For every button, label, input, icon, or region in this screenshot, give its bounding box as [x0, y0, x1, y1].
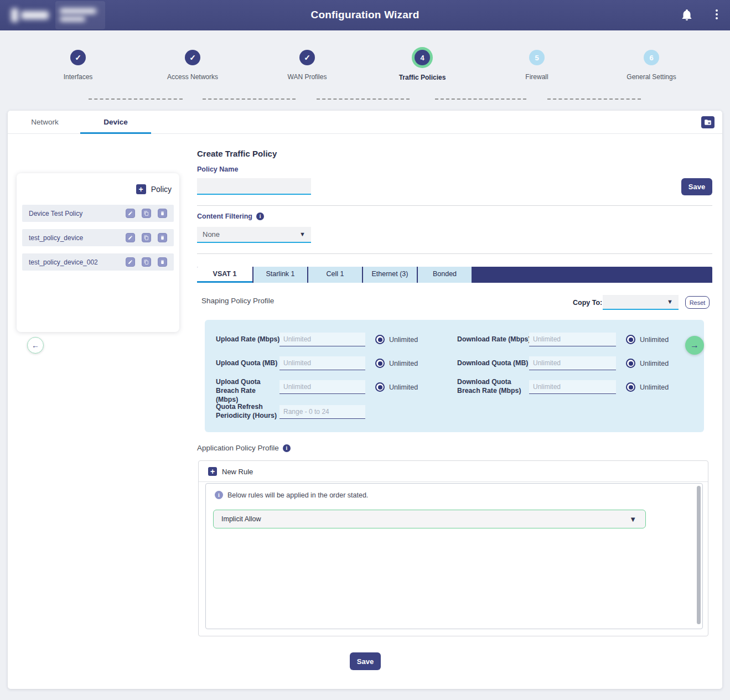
rule-implicit-allow[interactable]: Implicit Allow	[213, 510, 646, 528]
edit-pencil-icon[interactable]	[126, 209, 135, 218]
download-breach-unlimited-radio[interactable]	[626, 382, 635, 392]
dropdown-arrow-icon	[667, 299, 673, 305]
step-number: 5	[529, 50, 545, 65]
delete-trash-icon[interactable]	[158, 209, 167, 218]
stepper-connector	[203, 98, 296, 100]
step-general-settings[interactable]: 6 General Settings	[604, 42, 698, 81]
copy-to-select[interactable]	[603, 295, 679, 310]
upload-breach-label: Upload Quota Breach Rate (Mbps)	[216, 378, 278, 405]
reset-button[interactable]: Reset	[685, 296, 710, 309]
delete-trash-icon[interactable]	[158, 257, 167, 267]
plus-icon	[136, 184, 146, 194]
dropdown-arrow-icon	[629, 516, 636, 523]
step-number: 4	[415, 50, 430, 65]
new-rule-button[interactable]: New Rule	[208, 467, 253, 476]
download-breach-input[interactable]	[529, 380, 616, 394]
stepper-connector	[435, 98, 526, 100]
upload-quota-unlimited-radio[interactable]	[375, 359, 385, 368]
download-quota-input[interactable]	[529, 356, 616, 370]
next-arrow-button[interactable]	[685, 336, 704, 355]
step-traffic-policies[interactable]: 4 Traffic Policies	[375, 42, 469, 81]
edit-pencil-icon[interactable]	[126, 257, 135, 267]
check-icon	[185, 50, 200, 65]
interface-tab-strip: VSAT 1 Starlink 1 Cell 1 Ethernet (3) Bo…	[197, 267, 712, 283]
step-interfaces[interactable]: Interfaces	[31, 42, 125, 81]
tab-ethernet[interactable]: Ethernet (3)	[362, 267, 417, 283]
step-access-networks[interactable]: Access Networks	[146, 42, 240, 81]
active-step-ring: 4	[412, 47, 433, 68]
download-rate-unlimited-radio[interactable]	[626, 335, 635, 344]
policy-row[interactable]: test_policy_device	[22, 229, 174, 246]
vertical-scrollbar[interactable]	[697, 486, 701, 624]
download-quota-label: Download Quota (MB)	[457, 359, 535, 368]
upload-rate-unlimited-radio[interactable]	[375, 335, 385, 344]
download-quota-unlimited-radio[interactable]	[626, 359, 635, 368]
save-button-bottom[interactable]: Save	[350, 652, 381, 670]
policy-name-label: Policy Name	[197, 165, 238, 173]
delete-trash-icon[interactable]	[158, 233, 167, 242]
wizard-stepper: Interfaces Access Networks WAN Profiles …	[0, 42, 730, 92]
rules-list-container: Below rules will be applied in the order…	[205, 483, 703, 629]
upload-rate-label: Upload Rate (Mbps)	[216, 335, 285, 344]
info-icon[interactable]	[283, 444, 291, 452]
content-filtering-label: Content Filtering	[197, 212, 252, 220]
app-header: Configuration Wizard	[0, 0, 730, 30]
check-icon	[299, 50, 315, 65]
edit-pencil-icon[interactable]	[126, 233, 135, 242]
application-profile-title: Application Policy Profile	[197, 444, 279, 452]
download-rate-label: Download Rate (Mbps)	[457, 335, 535, 344]
tab-device[interactable]: Device	[80, 111, 151, 134]
form-title: Create Traffic Policy	[197, 149, 277, 158]
add-policy-button[interactable]: Policy	[136, 184, 172, 194]
divider	[197, 253, 712, 254]
shaping-panel: Upload Rate (Mbps) Unlimited Upload Quot…	[205, 320, 704, 432]
tab-network[interactable]: Network	[9, 111, 80, 134]
tab-vsat-1[interactable]: VSAT 1	[197, 267, 252, 283]
quota-refresh-input[interactable]	[279, 405, 365, 419]
step-firewall[interactable]: 5 Firewall	[490, 42, 584, 81]
duplicate-icon[interactable]	[142, 233, 151, 242]
policy-row[interactable]: Device Test Policy	[22, 205, 174, 222]
upload-rate-input[interactable]	[279, 333, 365, 346]
policy-name-input[interactable]	[197, 178, 311, 195]
duplicate-icon[interactable]	[142, 257, 151, 267]
content-filtering-select[interactable]: None	[197, 227, 311, 243]
stepper-connector	[89, 98, 183, 100]
quota-refresh-label: Quota Refresh Periodicity (Hours)	[216, 403, 278, 421]
policy-row[interactable]: test_policy_device_002	[22, 253, 174, 271]
check-icon	[70, 50, 86, 65]
back-arrow-button[interactable]	[27, 337, 44, 354]
save-button[interactable]: Save	[681, 178, 712, 195]
info-icon	[215, 491, 223, 499]
download-breach-label: Download Quota Breach Rate (Mbps)	[457, 378, 526, 396]
main-card: Network Device Policy Device Test Policy…	[8, 111, 722, 689]
stepper-connector	[547, 98, 641, 100]
plus-icon	[208, 467, 217, 476]
shaping-profile-title: Shaping Policy Profile	[201, 297, 274, 305]
page-title: Configuration Wizard	[0, 9, 730, 21]
step-number: 6	[644, 50, 659, 65]
upload-quota-input[interactable]	[279, 356, 365, 370]
download-rate-input[interactable]	[529, 333, 616, 346]
info-icon[interactable]	[256, 212, 264, 220]
notifications-bell-icon[interactable]	[680, 8, 693, 22]
tab-bonded[interactable]: Bonded	[417, 267, 472, 283]
more-options-kebab-icon[interactable]	[713, 8, 721, 22]
step-wan-profiles[interactable]: WAN Profiles	[260, 42, 354, 81]
copy-to-label: Copy To:	[573, 299, 602, 307]
stepper-connector	[317, 98, 410, 100]
policy-list-panel: Policy Device Test Policy test_policy_de…	[17, 173, 179, 332]
view-tabbar: Network Device	[8, 111, 722, 134]
rules-info-text: Below rules will be applied in the order…	[227, 491, 368, 499]
folder-button[interactable]	[701, 116, 715, 128]
divider	[197, 205, 712, 206]
upload-breach-unlimited-radio[interactable]	[375, 382, 385, 392]
divider	[199, 481, 708, 482]
duplicate-icon[interactable]	[142, 209, 151, 218]
tab-starlink-1[interactable]: Starlink 1	[252, 267, 307, 283]
dropdown-arrow-icon	[299, 231, 306, 237]
upload-quota-label: Upload Quota (MB)	[216, 359, 285, 368]
rules-card: New Rule Below rules will be applied in …	[198, 460, 708, 636]
tab-cell-1[interactable]: Cell 1	[307, 267, 362, 283]
upload-breach-input[interactable]	[279, 380, 365, 394]
